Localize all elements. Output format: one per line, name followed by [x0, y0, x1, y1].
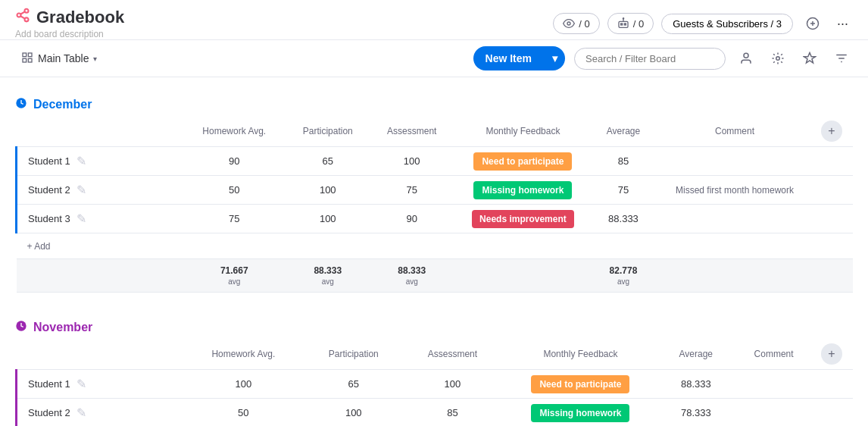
dec-s3-assessment: 90 [370, 205, 453, 233]
dec-s3-average: 88.333 [592, 205, 654, 233]
dec-student-1-cell: Student 1 ✎ [17, 147, 183, 176]
december-column-headers: Homework Avg. Participation Assessment M… [17, 116, 854, 147]
dec-s1-feedback[interactable]: Need to participate [454, 147, 592, 176]
dec-add-row: + Add [17, 233, 854, 259]
nov-s2-feedback-badge: Missing homework [531, 404, 629, 422]
th-average-dec: Average [592, 116, 654, 147]
svg-rect-14 [28, 53, 32, 57]
dec-student-3-row: Student 3 ✎ 75 100 90 Needs improvement … [17, 205, 854, 233]
dec-student-2-chat-icon[interactable]: ✎ [76, 183, 86, 197]
nov-student-2-chat-icon[interactable]: ✎ [76, 406, 86, 420]
nov-s1-assessment: 100 [403, 370, 501, 399]
th-participation-dec: Participation [286, 116, 370, 147]
robot-icon [617, 17, 629, 30]
invite-icon[interactable] [801, 11, 825, 36]
svg-point-0 [25, 9, 29, 13]
main-content: December Homework Avg. Participation Ass… [0, 77, 868, 426]
app-header: Gradebook Add board description [15, 8, 124, 39]
th-student-dec [17, 116, 183, 147]
dec-s1-homework: 90 [183, 147, 286, 176]
add-column-button-dec[interactable]: + [821, 121, 842, 142]
dec-avg-homework: 71.667 avg [183, 259, 286, 293]
dec-s3-extra [815, 205, 853, 233]
person-icon[interactable] [735, 47, 757, 70]
svg-rect-9 [624, 23, 626, 25]
december-group-icon [15, 97, 27, 111]
new-item-button[interactable]: New Item ▾ [473, 46, 565, 70]
dec-avg-row: 71.667 avg 88.333 avg 88.333 avg 82.778 [17, 259, 854, 293]
dec-student-2-name: Student 2 [28, 184, 70, 196]
top-bar-actions: / 0 / 0 Guests & Subscribers / 3 ··· [553, 11, 853, 36]
dec-avg-participation: 88.333 avg [286, 259, 370, 293]
dec-s3-feedback[interactable]: Needs improvement [454, 205, 592, 233]
board-description[interactable]: Add board description [15, 29, 124, 39]
th-assessment-dec: Assessment [370, 116, 453, 147]
dec-s3-homework: 75 [183, 205, 286, 233]
nov-s1-extra [815, 370, 853, 399]
november-table: Homework Avg. Participation Assessment M… [15, 339, 853, 426]
top-bar: Gradebook Add board description / 0 / 0 … [0, 0, 868, 40]
november-group-icon [15, 320, 27, 334]
dec-student-2-cell: Student 2 ✎ [17, 176, 183, 205]
pin-icon[interactable] [798, 47, 821, 70]
grid-icon [21, 52, 33, 66]
more-options-button[interactable]: ··· [832, 13, 853, 35]
nov-s2-extra [815, 399, 853, 427]
activity-icon [563, 17, 575, 30]
new-item-dropdown-arrow[interactable]: ▾ [545, 46, 565, 70]
december-title[interactable]: December [33, 98, 92, 111]
robot-button[interactable]: / 0 [607, 13, 654, 34]
nov-student-1-chat-icon[interactable]: ✎ [76, 377, 86, 391]
dec-s3-participation: 100 [286, 205, 370, 233]
dec-add-button[interactable]: + Add [17, 233, 854, 258]
title-text: Gradebook [36, 8, 124, 27]
dec-s1-extra [815, 147, 853, 176]
december-header: December [15, 92, 853, 116]
dec-s1-comment [654, 147, 815, 176]
dec-avg-average: 82.778 avg [592, 259, 654, 293]
november-title[interactable]: November [33, 321, 92, 334]
dec-student-3-chat-icon[interactable]: ✎ [76, 211, 86, 226]
nov-s2-homework: 50 [183, 399, 304, 427]
november-group: November Homework Avg. Participation Ass… [15, 315, 853, 426]
table-name: Main Table [38, 52, 89, 64]
dec-s2-comment: Missed first month homework [654, 176, 815, 205]
filter-icon[interactable] [830, 47, 853, 70]
nov-student-1-cell: Student 1 ✎ [17, 370, 183, 399]
svg-point-5 [567, 22, 570, 25]
chevron-down-icon: ▾ [93, 55, 97, 63]
dec-add-cell: + Add [17, 233, 854, 259]
dec-s3-feedback-badge: Needs improvement [472, 210, 574, 228]
th-hw-avg-nov: Homework Avg. [183, 339, 304, 370]
new-item-label: New Item [473, 46, 544, 70]
th-add-dec: + [815, 116, 853, 147]
dec-s1-participation: 65 [286, 147, 370, 176]
november-column-headers: Homework Avg. Participation Assessment M… [17, 339, 854, 370]
add-column-button-nov[interactable]: + [821, 343, 842, 365]
nov-student-2-row: Student 2 ✎ 50 100 85 Missing homework 7… [17, 399, 854, 427]
november-header: November [15, 315, 853, 339]
app-title: Gradebook [15, 8, 124, 27]
guests-button[interactable]: Guests & Subscribers / 3 [661, 14, 793, 34]
th-student-nov [17, 339, 183, 370]
dec-s2-assessment: 75 [370, 176, 453, 205]
nov-s1-feedback[interactable]: Need to participate [502, 370, 660, 399]
th-comment-dec: Comment [654, 116, 815, 147]
th-add-nov: + [815, 339, 853, 370]
table-selector[interactable]: Main Table ▾ [15, 49, 103, 69]
activity-button[interactable]: / 0 [553, 13, 599, 34]
nov-s2-feedback[interactable]: Missing homework [502, 399, 660, 427]
dec-avg-label-cell [17, 259, 183, 293]
search-input[interactable] [574, 48, 726, 70]
dec-s2-extra [815, 176, 853, 205]
dec-s1-feedback-badge: Need to participate [473, 152, 572, 171]
nov-s2-participation: 100 [304, 399, 403, 427]
nov-s1-homework: 100 [183, 370, 304, 399]
dec-s2-feedback[interactable]: Missing homework [454, 176, 592, 205]
dec-s2-participation: 100 [286, 176, 370, 205]
dec-student-1-chat-icon[interactable]: ✎ [76, 154, 86, 168]
toolbar: Main Table ▾ New Item ▾ [0, 40, 868, 77]
th-feedback-dec: Monthly Feedback [454, 116, 592, 147]
settings-icon[interactable] [767, 47, 789, 70]
nov-student-2-name: Student 2 [28, 407, 70, 418]
